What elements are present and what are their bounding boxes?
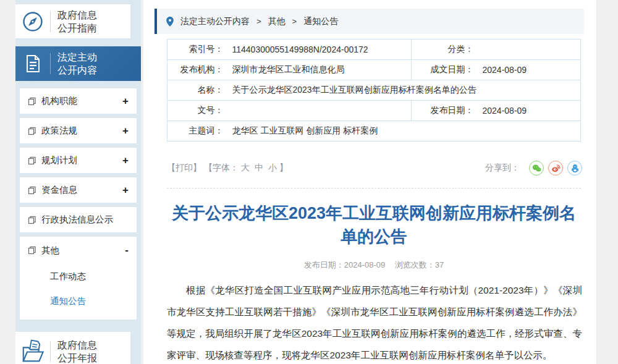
- index-number-value: 11440300055149988N/2024-00172: [226, 40, 412, 60]
- doc-name-label: 名称：: [167, 80, 226, 101]
- sidebar-item-law-enforcement[interactable]: 行政执法信息公示: [20, 207, 137, 232]
- weibo-share-button[interactable]: [548, 161, 563, 176]
- location-pin-icon: [166, 16, 174, 27]
- pages-icon: [28, 156, 36, 165]
- publish-date-label: 发布日期：: [412, 101, 476, 121]
- breadcrumb-separator: >: [292, 17, 297, 26]
- sidebar-item-agency-functions[interactable]: 机构职能 +: [20, 88, 137, 114]
- index-number-label: 索引号：: [167, 40, 226, 60]
- table-row: 文号： 发布日期： 2024-08-09: [167, 101, 581, 121]
- category-label: 分类：: [412, 40, 476, 60]
- article-body: 根据《龙华区打造全国工业互联网产业应用示范高地三年行动计划（2021-2023年…: [167, 279, 582, 364]
- sidebar-item-work-updates[interactable]: 工作动态: [20, 264, 137, 289]
- sidebar: 政府信息公开指南 法定主动公开内容 机构职能 +: [15, 0, 141, 364]
- qq-share-button[interactable]: [567, 161, 582, 176]
- sidebar-item-policies[interactable]: 政策法规 +: [20, 118, 137, 143]
- print-font-controls: 【打印】 【字体：大中小】: [167, 163, 288, 174]
- table-row: 索引号： 11440300055149988N/2024-00172 分类：: [167, 40, 581, 60]
- keywords-label: 主题词：: [167, 121, 226, 142]
- table-row: 名称： 关于公示龙华区2023年工业互联网创新应用标杆案例名单的公告: [167, 80, 581, 101]
- issuing-agency-label: 发布机构：: [167, 60, 226, 80]
- written-date-label: 成文日期：: [412, 60, 476, 80]
- share-label: 分享到：: [485, 163, 520, 174]
- sidebar-item-label: 其他: [41, 245, 125, 256]
- document-meta-table: 索引号： 11440300055149988N/2024-00172 分类： 发…: [167, 39, 581, 142]
- sidebar-item-statutory-disclosure[interactable]: 法定主动公开内容: [15, 46, 141, 81]
- expand-icon[interactable]: +: [122, 154, 129, 167]
- table-row: 发布机构： 深圳市龙华区工业和信息化局 成文日期： 2024-08-09: [167, 60, 581, 80]
- folder-icon: [15, 339, 50, 364]
- sidebar-item-label: 政府信息公开年报: [51, 339, 97, 364]
- wechat-share-button[interactable]: [529, 161, 544, 176]
- sidebar-item-disclosure-guide[interactable]: 政府信息公开指南: [15, 4, 130, 38]
- compass-icon: [15, 11, 50, 33]
- collapse-icon[interactable]: -: [125, 244, 129, 256]
- toolbar: 【打印】 【字体：大中小】 分享到：: [167, 159, 582, 177]
- page-title: 关于公示龙华区2023年工业互联网创新应用标杆案例名单的公告: [167, 201, 581, 248]
- print-button[interactable]: 【打印】: [167, 163, 201, 172]
- document-icon: [15, 53, 50, 74]
- sidebar-item-label: 法定主动公开内容: [51, 51, 97, 77]
- table-row: 主题词： 龙华区 工业互联网 创新应用 标杆案例: [167, 121, 581, 142]
- sidebar-item-plans[interactable]: 规划计划 +: [20, 148, 137, 173]
- article-publish-date: 发布日期：2024-08-09: [304, 260, 386, 269]
- issuing-agency-value: 深圳市龙华区工业和信息化局: [226, 60, 412, 80]
- sidebar-item-notices-active[interactable]: 通知公告: [20, 289, 137, 313]
- breadcrumb-item-notices[interactable]: 通知公告: [303, 16, 338, 27]
- expand-icon[interactable]: +: [122, 184, 129, 197]
- sidebar-item-other[interactable]: 其他 -: [20, 237, 137, 264]
- article-view-count: 浏览次数：37: [395, 260, 444, 269]
- expand-icon[interactable]: +: [122, 95, 129, 108]
- divider: [167, 188, 581, 188]
- page: 法定主动公开内容 > 其他 > 通知公告 索引号： 11440300055149…: [0, 0, 618, 364]
- keywords-value: 龙华区 工业互联网 创新应用 标杆案例: [226, 121, 581, 142]
- breadcrumb-item-statutory[interactable]: 法定主动公开内容: [180, 16, 250, 27]
- wechat-icon: [531, 163, 542, 174]
- sidebar-item-label: 政府信息公开指南: [51, 9, 97, 35]
- pages-icon: [28, 246, 36, 255]
- publish-date-value: 2024-08-09: [476, 101, 581, 121]
- sidebar-item-label: 机构职能: [41, 95, 122, 107]
- expand-icon[interactable]: +: [122, 125, 129, 137]
- doc-number-value: [226, 101, 412, 121]
- weibo-icon: [551, 163, 561, 174]
- article-meta: 发布日期：2024-08-09 浏览次数：37: [167, 260, 581, 271]
- sidebar-item-label: 规划计划: [41, 154, 122, 166]
- font-size-small-button[interactable]: 小: [268, 163, 277, 172]
- doc-number-label: 文号：: [167, 101, 226, 121]
- sidebar-item-label: 资金信息: [41, 184, 122, 196]
- sidebar-item-funding-info[interactable]: 资金信息 +: [20, 177, 137, 203]
- pages-icon: [28, 127, 36, 135]
- pages-icon: [28, 216, 36, 224]
- sidebar-item-annual-report[interactable]: 政府信息公开年报: [15, 332, 130, 364]
- breadcrumb: 法定主动公开内容 > 其他 > 通知公告: [154, 9, 584, 34]
- font-size-large-button[interactable]: 大: [241, 163, 250, 172]
- breadcrumb-item-other[interactable]: 其他: [268, 16, 286, 27]
- doc-name-value: 关于公示龙华区2023年工业互联网创新应用标杆案例名单的公告: [226, 80, 581, 101]
- pages-icon: [28, 97, 36, 106]
- written-date-value: 2024-08-09: [476, 60, 581, 80]
- pages-icon: [28, 186, 36, 195]
- font-size-medium-button[interactable]: 中: [255, 163, 263, 172]
- breadcrumb-separator: >: [256, 17, 261, 26]
- main-panel: 法定主动公开内容 > 其他 > 通知公告 索引号： 11440300055149…: [143, 0, 596, 364]
- font-size-prefix: 【字体：: [204, 163, 239, 172]
- font-size-suffix: 】: [279, 163, 288, 172]
- sidebar-item-label: 政策法规: [41, 125, 122, 137]
- qq-icon: [570, 163, 580, 174]
- sidebar-group-other: 其他 - 工作动态 通知公告: [20, 237, 137, 320]
- category-value: [476, 40, 581, 60]
- share-bar: 分享到：: [485, 161, 582, 176]
- sidebar-item-label: 行政执法信息公示: [41, 214, 129, 226]
